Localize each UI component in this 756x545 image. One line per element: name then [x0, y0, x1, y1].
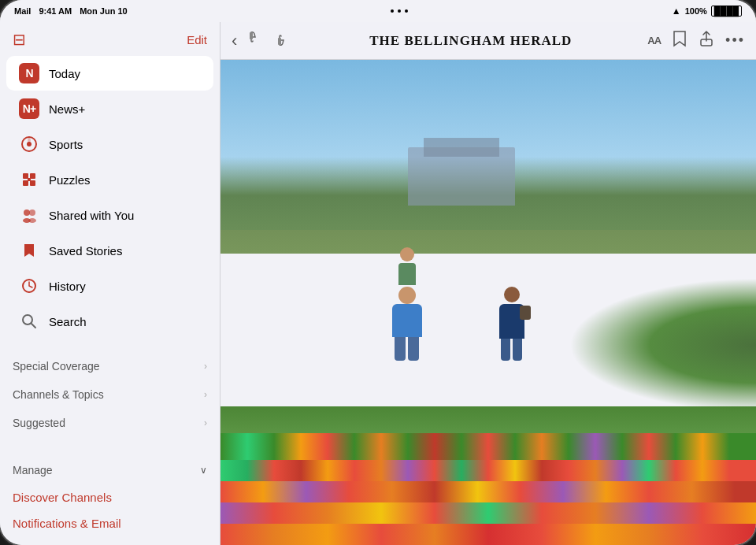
sidebar-special-coverage[interactable]: Special Coverage ›	[0, 352, 220, 380]
more-button[interactable]: •••	[725, 32, 745, 49]
notifications-email-link[interactable]: Notifications & Email	[0, 510, 220, 536]
manage-items: Discover Channels Notifications & Email …	[0, 484, 220, 545]
svg-rect-2	[23, 173, 28, 179]
saved-label: Saved Stories	[49, 244, 122, 258]
sidebar-header: ⊟ Edit	[0, 22, 220, 55]
share-button[interactable]	[699, 30, 714, 51]
sidebar-item-history[interactable]: History	[6, 269, 213, 303]
toolbar-right: AA •••	[647, 30, 745, 51]
status-app: Mail	[14, 6, 31, 16]
sports-label: Sports	[49, 138, 83, 151]
status-left: Mail 9:41 AM Mon Jun 10	[14, 6, 128, 16]
dot2	[398, 9, 401, 13]
woman-figure	[499, 287, 524, 361]
svg-rect-6	[28, 178, 31, 181]
history-label: History	[49, 280, 86, 293]
today-label: Today	[49, 67, 80, 80]
shared-icon	[19, 205, 39, 225]
wifi-icon: ▲	[672, 6, 681, 17]
sidebar-folder-icon[interactable]: ⊟	[13, 30, 26, 49]
svg-rect-3	[30, 173, 35, 179]
like-button[interactable]	[276, 30, 294, 51]
special-coverage-chevron: ›	[204, 361, 207, 372]
svg-rect-13	[250, 32, 253, 39]
sidebar-item-sports[interactable]: Sports	[6, 127, 213, 161]
sidebar-channels-topics[interactable]: Channels & Topics ›	[0, 380, 220, 409]
sidebar: ⊟ Edit N Today N+ News+	[0, 22, 220, 545]
sidebar-item-search[interactable]: Search	[6, 304, 213, 339]
sidebar-edit-button[interactable]: Edit	[187, 33, 207, 46]
sidebar-item-shared[interactable]: Shared with You	[6, 198, 213, 232]
status-bar: Mail 9:41 AM Mon Jun 10 ▲ 100% ████	[0, 0, 756, 22]
puzzles-label: Puzzles	[49, 173, 91, 187]
suggested-chevron: ›	[204, 417, 207, 428]
building-roof	[424, 138, 498, 158]
status-center	[391, 9, 408, 13]
tulip-rows	[220, 278, 756, 545]
svg-point-7	[24, 209, 30, 216]
family-sharing-link[interactable]: Family Sharing	[0, 536, 220, 545]
svg-point-8	[29, 209, 35, 216]
nav-items-list: N Today N+ News+ Sports	[0, 55, 220, 339]
sidebar-item-saved[interactable]: Saved Stories	[6, 233, 213, 268]
news-plus-icon: N+	[19, 98, 39, 119]
manage-label: Manage	[13, 464, 53, 476]
status-time: 9:41 AM	[39, 6, 72, 16]
back-button[interactable]: ‹	[232, 31, 237, 51]
sidebar-item-news-plus[interactable]: N+ News+	[6, 91, 213, 126]
news-plus-label: News+	[49, 102, 85, 116]
manage-section: Manage ∨ Discover Channels Notifications…	[0, 450, 220, 545]
bookmark-button[interactable]	[672, 30, 687, 51]
device-frame: Mail 9:41 AM Mon Jun 10 ▲ 100% ████ ⊟ Ed…	[0, 0, 756, 545]
history-icon	[19, 276, 39, 296]
search-icon	[19, 311, 39, 332]
content-area: ‹ The Bellingham Herald	[220, 22, 756, 545]
channels-topics-label: Channels & Topics	[13, 388, 104, 401]
man-with-child	[392, 247, 422, 361]
article-title: The Bellingham Herald	[294, 33, 647, 49]
manage-chevron: ∨	[200, 465, 207, 476]
svg-rect-14	[278, 38, 281, 45]
svg-point-10	[28, 218, 36, 223]
sections-list: Special Coverage › Channels & Topics › S…	[0, 352, 220, 437]
svg-point-12	[23, 315, 32, 324]
status-right: ▲ 100% ████	[672, 6, 742, 17]
manage-header[interactable]: Manage ∨	[0, 456, 220, 484]
flower-field	[220, 60, 756, 545]
app-container: ⊟ Edit N Today N+ News+	[0, 22, 756, 545]
dot3	[405, 9, 408, 13]
dot1	[391, 9, 394, 13]
svg-rect-4	[23, 180, 28, 186]
battery-level: 100%	[685, 6, 707, 16]
sports-icon	[19, 134, 39, 154]
status-date: Mon Jun 10	[80, 6, 128, 16]
discover-channels-link[interactable]: Discover Channels	[0, 484, 220, 510]
svg-point-1	[27, 142, 32, 146]
today-icon: N	[19, 63, 39, 83]
sidebar-item-puzzles[interactable]: Puzzles	[6, 162, 213, 197]
content-toolbar: ‹ The Bellingham Herald	[220, 22, 756, 60]
sidebar-suggested[interactable]: Suggested ›	[0, 409, 220, 437]
puzzles-icon	[19, 169, 39, 190]
battery-icon: ████	[711, 6, 742, 17]
sidebar-item-today[interactable]: N Today	[6, 56, 213, 91]
channels-topics-chevron: ›	[204, 389, 207, 400]
shared-label: Shared with You	[49, 209, 134, 222]
dislike-button[interactable]	[248, 30, 265, 51]
suggested-label: Suggested	[13, 417, 65, 429]
text-size-button[interactable]: AA	[647, 35, 661, 46]
search-label: Search	[49, 315, 87, 328]
svg-rect-5	[30, 180, 35, 186]
saved-icon	[19, 240, 39, 261]
toolbar-left: ‹	[232, 30, 294, 51]
content-image	[220, 60, 756, 545]
special-coverage-label: Special Coverage	[13, 360, 100, 373]
